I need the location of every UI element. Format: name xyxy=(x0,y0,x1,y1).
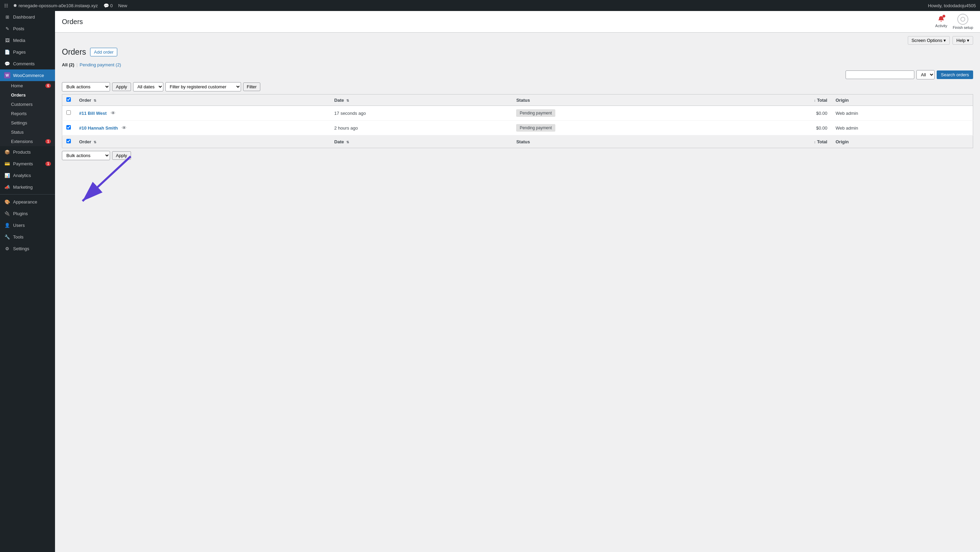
dates-select[interactable]: All dates xyxy=(133,82,163,91)
sidebar-item-payments[interactable]: 💳 Payments 1 xyxy=(0,158,55,170)
sidebar: ⊞ Dashboard ✎ Posts 🖼 Media 📄 Pages 💬 Co… xyxy=(0,11,55,552)
footer-checkbox[interactable] xyxy=(66,139,71,143)
sidebar-item-pages[interactable]: 📄 Pages xyxy=(0,46,55,58)
sidebar-item-tools[interactable]: 🔧 Tools xyxy=(0,231,55,243)
row1-preview-icon[interactable]: 👁 xyxy=(111,110,116,116)
sidebar-item-status[interactable]: Status xyxy=(11,127,55,137)
filter-sep: | xyxy=(76,62,77,67)
help-button[interactable]: Help ▾ xyxy=(953,36,973,45)
appearance-icon: 🎨 xyxy=(4,199,10,205)
table-body: #11 Bill West 👁 17 seconds ago Pending p… xyxy=(62,106,973,148)
row1-total-text: $0.00 xyxy=(816,111,827,116)
settings-icon: ⚙ xyxy=(4,246,10,252)
sidebar-item-woocommerce[interactable]: W WooCommerce xyxy=(0,70,55,81)
sidebar-label-status: Status xyxy=(11,130,51,135)
footer-date-label: Date xyxy=(334,139,344,144)
sidebar-label-payments: Payments xyxy=(13,161,43,167)
search-orders-button[interactable]: Search orders xyxy=(937,70,973,79)
filter-tab-pending[interactable]: Pending payment (2) xyxy=(80,62,121,67)
row1-origin-text: Web admin xyxy=(835,111,858,116)
finish-setup-circle xyxy=(957,14,968,25)
search-input[interactable] xyxy=(846,70,914,79)
comments-link[interactable]: 💬 0 xyxy=(103,3,113,8)
origin-col-label: Origin xyxy=(835,98,849,103)
pages-icon: 📄 xyxy=(4,49,10,55)
content: Screen Options ▾ Help ▾ Orders Add order… xyxy=(55,33,980,170)
row1-checkbox[interactable] xyxy=(66,110,71,115)
customer-filter-select[interactable]: Filter by registered customer xyxy=(165,82,241,91)
row2-order-link[interactable]: #10 Hannah Smith xyxy=(79,125,118,131)
row1-total: $0.00 xyxy=(728,106,832,121)
marketing-icon: 📣 xyxy=(4,184,10,190)
footer-order-col[interactable]: Order ⇅ xyxy=(75,135,330,148)
layout: ⊞ Dashboard ✎ Posts 🖼 Media 📄 Pages 💬 Co… xyxy=(0,11,980,552)
sidebar-label-home: Home xyxy=(11,83,43,88)
sidebar-label-users: Users xyxy=(13,223,51,228)
sidebar-item-media[interactable]: 🖼 Media xyxy=(0,34,55,46)
row2-preview-icon[interactable]: 👁 xyxy=(122,125,127,131)
screen-options-chevron-icon: ▾ xyxy=(943,38,946,43)
sidebar-item-comments[interactable]: 💬 Comments xyxy=(0,58,55,70)
sidebar-item-appearance[interactable]: 🎨 Appearance xyxy=(0,196,55,208)
table-head: Order ⇅ Date ⇅ Status ↕ xyxy=(62,95,973,106)
wordpress-logo[interactable]: ☷ xyxy=(4,3,8,8)
sidebar-item-reports[interactable]: Reports xyxy=(11,109,55,118)
select-all-checkbox[interactable] xyxy=(66,97,71,102)
sidebar-item-marketing[interactable]: 📣 Marketing xyxy=(0,181,55,193)
sidebar-item-customers[interactable]: Customers xyxy=(11,100,55,109)
row2-checkbox[interactable] xyxy=(66,125,71,130)
col-header-cb xyxy=(62,95,75,106)
footer-total-col[interactable]: ↕ Total xyxy=(728,135,832,148)
sidebar-item-analytics[interactable]: 📊 Analytics xyxy=(0,170,55,181)
sidebar-item-extensions[interactable]: Extensions 1 xyxy=(11,137,55,146)
footer-origin-col: Origin xyxy=(832,135,973,148)
top-bar-title: Orders xyxy=(62,18,83,26)
help-chevron-icon: ▾ xyxy=(967,38,969,43)
new-link[interactable]: New xyxy=(118,3,127,8)
apply-button-bottom[interactable]: Apply xyxy=(112,151,131,160)
sidebar-label-analytics: Analytics xyxy=(13,173,51,178)
sidebar-item-home[interactable]: Home 6 xyxy=(11,81,55,90)
filter-tab-all[interactable]: All (2) xyxy=(62,62,74,67)
apply-button-top[interactable]: Apply xyxy=(112,82,131,91)
site-name[interactable]: renegade-opossum-a0e108.instawp.xyz xyxy=(19,3,98,8)
sidebar-item-settings[interactable]: ⚙ Settings xyxy=(0,243,55,254)
sidebar-label-extensions: Extensions xyxy=(11,139,43,144)
add-order-button[interactable]: Add order xyxy=(90,48,117,56)
row2-cb xyxy=(62,121,75,135)
filter-tabs: All (2) | Pending payment (2) xyxy=(62,62,973,67)
row1-date: 17 seconds ago xyxy=(330,106,512,121)
sidebar-item-posts[interactable]: ✎ Posts xyxy=(0,23,55,34)
bulk-actions-select-bottom[interactable]: Bulk actions xyxy=(62,151,110,160)
table-header-row: Order ⇅ Date ⇅ Status ↕ xyxy=(62,95,973,106)
row2-order: #10 Hannah Smith 👁 xyxy=(75,121,330,135)
bulk-actions-select-top[interactable]: Bulk actions xyxy=(62,82,110,91)
users-icon: 👤 xyxy=(4,222,10,228)
bulk-row-top: Bulk actions Apply All dates Filter by r… xyxy=(62,82,973,91)
sidebar-item-users[interactable]: 👤 Users xyxy=(0,219,55,231)
filter-button[interactable]: Filter xyxy=(243,82,261,91)
site-link[interactable]: renegade-opossum-a0e108.instawp.xyz xyxy=(14,3,98,8)
col-header-total[interactable]: ↕ Total xyxy=(728,95,832,106)
row1-order-link[interactable]: #11 Bill West xyxy=(79,111,107,116)
admin-bar-right: Howdy, tododadoju4505 xyxy=(928,3,976,8)
screen-options-button[interactable]: Screen Options ▾ xyxy=(908,36,950,45)
screen-options-label: Screen Options xyxy=(912,38,942,43)
order-col-label: Order xyxy=(79,98,91,103)
activity-button[interactable]: Activity xyxy=(935,16,947,28)
sidebar-item-plugins[interactable]: 🔌 Plugins xyxy=(0,208,55,219)
footer-date-col[interactable]: Date ⇅ xyxy=(330,135,512,148)
screen-options-row: Screen Options ▾ Help ▾ xyxy=(62,36,973,45)
finish-setup-label: Finish setup xyxy=(953,25,973,30)
col-header-order[interactable]: Order ⇅ xyxy=(75,95,330,106)
sidebar-label-dashboard: Dashboard xyxy=(13,14,51,20)
sidebar-item-orders[interactable]: Orders xyxy=(11,90,55,100)
col-header-date[interactable]: Date ⇅ xyxy=(330,95,512,106)
row1-origin: Web admin xyxy=(832,106,973,121)
search-type-select[interactable]: All xyxy=(916,70,935,79)
finish-setup-button[interactable]: Finish setup xyxy=(953,14,973,30)
row1-order: #11 Bill West 👁 xyxy=(75,106,330,121)
sidebar-item-settings-wc[interactable]: Settings xyxy=(11,118,55,127)
sidebar-item-products[interactable]: 📦 Products xyxy=(0,146,55,158)
sidebar-item-dashboard[interactable]: ⊞ Dashboard xyxy=(0,11,55,23)
